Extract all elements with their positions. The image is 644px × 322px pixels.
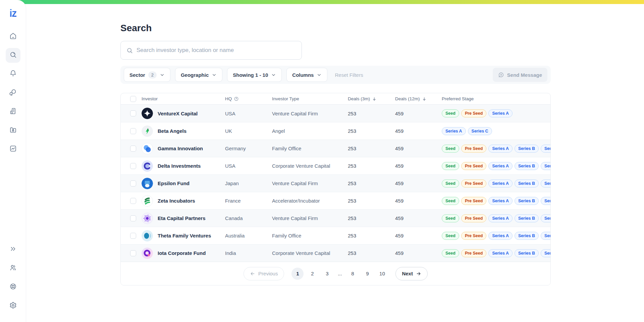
page-number-2[interactable]: 2 (306, 268, 318, 280)
table-header-row: Investor HQ Investor Type Deals (3m) Dea… (121, 93, 550, 105)
message-plus-icon (498, 72, 504, 78)
investor-type-cell: Venture Capital Firm (272, 215, 348, 221)
table-row[interactable]: Gamma InnovationGermanyFamily Office2534… (121, 140, 550, 157)
stage-badge: Pre Seed (461, 232, 487, 240)
reset-filters-button[interactable]: Reset Filters (335, 72, 363, 78)
sidebar-nav (6, 29, 20, 157)
investor-cell[interactable]: Gamma Innovation (142, 143, 225, 154)
table-row[interactable]: Iota Corporate FundIndiaCorporate Ventur… (121, 244, 550, 262)
deals-12m-cell: 459 (395, 233, 442, 238)
sidebar-item-users[interactable] (6, 261, 20, 276)
stage-badge: Series C (541, 232, 551, 240)
deals-12m-cell: 459 (395, 180, 442, 186)
showing-range-button[interactable]: Showing 1 - 10 (227, 68, 282, 82)
sector-filter-button[interactable]: Sector 2 (124, 68, 170, 82)
sidebar-item-chart[interactable] (6, 142, 20, 157)
page-number-3[interactable]: 3 (321, 268, 333, 280)
bell-icon (9, 70, 17, 78)
sort-arrow-down-icon (372, 97, 377, 101)
chat-icon (9, 89, 17, 97)
row-checkbox[interactable] (130, 233, 136, 239)
row-checkbox[interactable] (130, 250, 136, 256)
investor-cell[interactable]: Eta Capital Partners (142, 213, 225, 224)
chevron-down-icon (212, 72, 217, 77)
select-all-checkbox[interactable] (130, 96, 136, 102)
stage-badge: Series A (488, 249, 513, 257)
row-checkbox[interactable] (130, 163, 136, 169)
stage-badge: Series A (488, 162, 513, 170)
investor-avatar (142, 143, 153, 154)
row-checkbox-cell (121, 233, 142, 239)
page-number-1[interactable]: 1 (291, 268, 304, 280)
sort-arrow-down-icon (422, 97, 427, 101)
row-checkbox-cell (121, 215, 142, 221)
page-number-10[interactable]: 10 (376, 268, 388, 280)
pagination: Previous 123...8910 Next (121, 262, 550, 285)
sidebar-item-expand-sidebar[interactable] (6, 242, 20, 257)
row-checkbox[interactable] (130, 146, 136, 152)
sidebar-item-help[interactable] (6, 280, 20, 294)
sidebar-item-folder-lock[interactable] (6, 123, 20, 138)
stage-badge: Series C (541, 179, 551, 187)
stage-badge: Series B (515, 197, 539, 205)
column-header-deals-3m[interactable]: Deals (3m) (348, 96, 395, 101)
stage-badge: Series A (488, 232, 513, 240)
hq-cell: USA (225, 163, 272, 169)
investor-name: Delta Investments (158, 163, 201, 169)
row-checkbox[interactable] (130, 128, 136, 134)
stage-badge: Series C (541, 214, 551, 222)
next-page-button[interactable]: Next (395, 267, 428, 280)
stage-badge: Seed (442, 179, 459, 187)
table-row[interactable]: Zeta IncubatorsFranceAccelerator/Incubat… (121, 192, 550, 209)
sidebar-item-search[interactable] (6, 48, 20, 63)
investor-type-cell: Venture Capital Firm (272, 111, 348, 116)
investor-avatar (142, 248, 153, 259)
sidebar-item-settings[interactable] (6, 299, 20, 313)
sidebar-item-chat[interactable] (6, 86, 20, 100)
page-number-9[interactable]: 9 (361, 268, 373, 280)
sidebar-item-home[interactable] (6, 29, 20, 44)
columns-button[interactable]: Columns (286, 68, 327, 82)
hq-cell: UK (225, 128, 272, 134)
settings-icon (9, 302, 17, 310)
investor-type-cell: Angel (272, 128, 348, 134)
sidebar-item-bell[interactable] (6, 67, 20, 82)
investor-cell[interactable]: Epsilon Fund (142, 178, 225, 189)
investor-cell[interactable]: Iota Corporate Fund (142, 248, 225, 259)
chart-icon (9, 145, 17, 154)
table-row[interactable]: VentureX CapitalUSAVenture Capital Firm2… (121, 105, 550, 122)
column-header-hq[interactable]: HQ (225, 96, 272, 101)
investor-cell[interactable]: Beta Angels (142, 125, 225, 137)
table-row[interactable]: Theta Family VenturesAustraliaFamily Off… (121, 227, 550, 244)
row-checkbox[interactable] (130, 198, 136, 204)
stage-badge: Series A (488, 197, 513, 205)
page-number-8[interactable]: 8 (346, 268, 359, 280)
row-checkbox[interactable] (130, 215, 136, 221)
investor-cell[interactable]: Delta Investments (142, 160, 225, 172)
filter-bar: Sector 2 Geographic Showing 1 - 10 Colum… (120, 66, 551, 84)
table-row[interactable]: Beta AngelsUKAngel253459Series ASeries C (121, 122, 550, 140)
row-checkbox[interactable] (130, 180, 136, 186)
app-logo[interactable]: iz (9, 7, 16, 19)
table-row[interactable]: Eta Capital PartnersCanadaVenture Capita… (121, 209, 550, 227)
search-input[interactable] (137, 47, 296, 54)
deals-3m-cell: 253 (348, 128, 395, 134)
main-area: Search Sector 2 Geographic Showing 1 - 1… (26, 4, 644, 322)
help-circle-icon[interactable] (234, 96, 239, 101)
table-row[interactable]: Delta InvestmentsUSACorporate Venture Ca… (121, 157, 550, 174)
investor-avatar (142, 213, 153, 224)
investor-name: Eta Capital Partners (158, 215, 206, 221)
chevron-down-icon (271, 72, 276, 77)
investor-cell[interactable]: VentureX Capital (142, 108, 225, 119)
investor-cell[interactable]: Theta Family Ventures (142, 230, 225, 241)
geographic-filter-button[interactable]: Geographic (175, 68, 222, 82)
column-header-deals-12m[interactable]: Deals (12m) (395, 96, 442, 101)
sidebar-item-building[interactable] (6, 104, 20, 119)
row-checkbox[interactable] (130, 110, 136, 116)
send-message-button[interactable]: Send Message (493, 68, 547, 82)
previous-page-button[interactable]: Previous (244, 267, 284, 280)
deals-3m-cell: 253 (348, 250, 395, 256)
table-row[interactable]: Epsilon FundJapanVenture Capital Firm253… (121, 174, 550, 192)
investor-cell[interactable]: Zeta Incubators (142, 195, 225, 207)
home-icon (9, 32, 17, 41)
